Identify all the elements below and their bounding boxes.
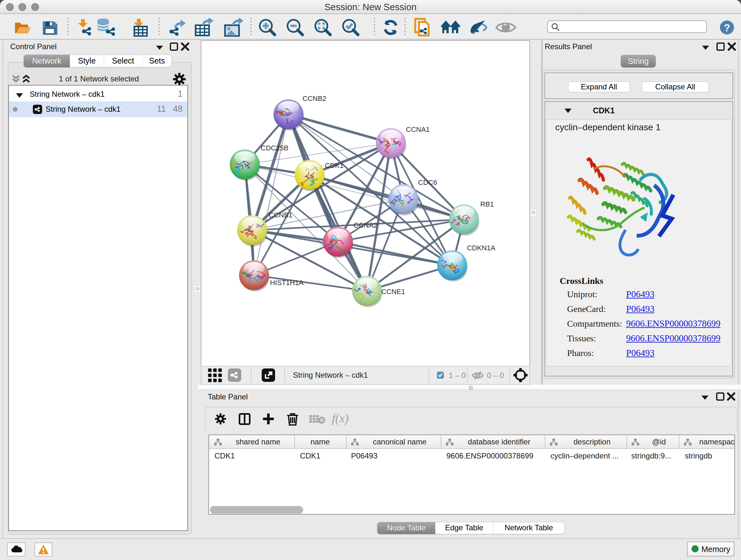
svg-text:CDC25B: CDC25B bbox=[261, 144, 288, 152]
svg-text:CDC6: CDC6 bbox=[418, 179, 437, 186]
svg-text:CCNB2: CCNB2 bbox=[302, 95, 327, 103]
svg-text:RB1: RB1 bbox=[480, 200, 494, 208]
svg-text:CCNE1: CCNE1 bbox=[381, 288, 405, 296]
svg-text:CDK1: CDK1 bbox=[325, 162, 344, 170]
svg-text:HIST1H1A: HIST1H1A bbox=[270, 279, 304, 287]
svg-text:CCNB1: CCNB1 bbox=[269, 211, 293, 219]
svg-text:CCNA1: CCNA1 bbox=[406, 125, 430, 133]
svg-text:CDKN1A: CDKN1A bbox=[467, 244, 495, 252]
svg-text:CCNA2: CCNA2 bbox=[354, 221, 378, 229]
